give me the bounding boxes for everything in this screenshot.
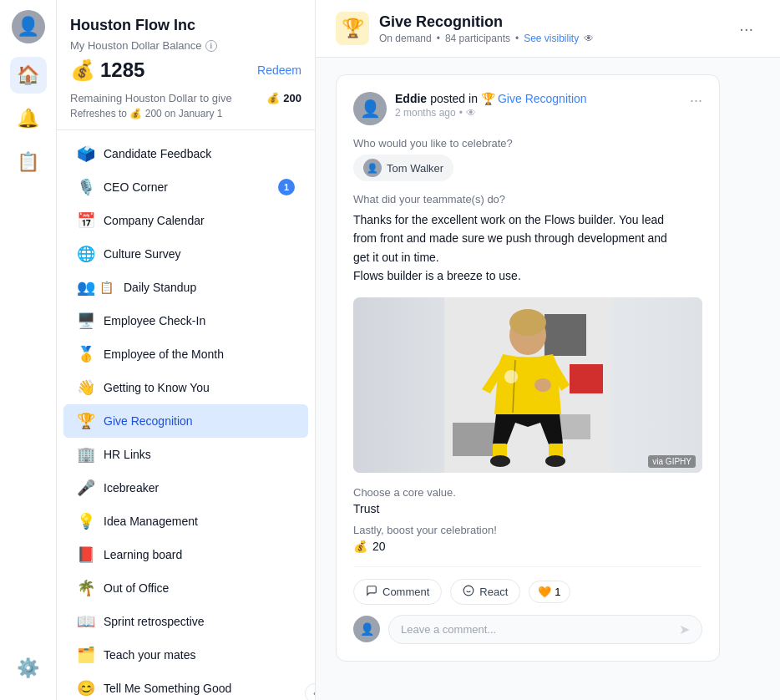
company-name: Houston Flow Inc <box>70 17 301 34</box>
balance-row: 💰 1285 Redeem <box>70 58 301 82</box>
svg-point-10 <box>545 455 565 467</box>
give-recognition-icon: 🏆 <box>77 412 95 430</box>
topbar: 🏆 Give Recognition On demand • 84 partic… <box>316 0 780 58</box>
feed: 👤 Eddie posted in 🏆 Give Recognition 2 m… <box>316 58 780 700</box>
post-header: 👤 Eddie posted in 🏆 Give Recognition 2 m… <box>353 92 702 125</box>
sidebar-item-label: Out of Office <box>104 581 295 595</box>
daily-standup-icon: 👥 <box>77 278 95 297</box>
boost-field: Lastly, boost your celebration! 💰 20 <box>353 524 702 553</box>
sidebar-item-tell-me-something[interactable]: 😊 Tell Me Something Good <box>63 672 308 700</box>
sidebar-item-culture-survey[interactable]: 🌐 Culture Survey <box>63 237 308 271</box>
sidebar-item-employee-check-in[interactable]: 🖥️ Employee Check-In <box>63 304 308 337</box>
ceo-corner-badge: 1 <box>278 179 295 195</box>
remaining-icon: 💰 <box>266 92 280 104</box>
reaction-emoji: 🧡 <box>538 586 551 598</box>
sidebar-item-hr-links[interactable]: 🏢 HR Links <box>63 438 308 471</box>
learning-board-icon: 📕 <box>77 545 95 564</box>
user-avatar[interactable]: 👤 <box>12 10 45 43</box>
getting-to-know-icon: 👋 <box>77 378 95 397</box>
topbar-info: Give Recognition On demand • 84 particip… <box>379 13 722 44</box>
sidebar-item-candidate-feedback[interactable]: 🗳️ Candidate Feedback <box>63 137 308 170</box>
see-visibility-link[interactable]: See visibility <box>524 33 579 44</box>
react-button[interactable]: React <box>450 579 520 605</box>
sidebar-item-icebreaker[interactable]: 🎤 Icebreaker <box>63 471 308 505</box>
sidebar-item-teach-your-mates[interactable]: 🗂️ Teach your mates <box>63 638 308 672</box>
svg-point-11 <box>534 378 551 392</box>
balance-amount: 💰 1285 <box>70 58 144 82</box>
sidebar: Houston Flow Inc My Houston Dollar Balan… <box>57 0 316 700</box>
celebratee-avatar: 👤 <box>363 159 382 177</box>
sidebar-item-label: Employee Check-In <box>104 314 295 327</box>
author-avatar: 👤 <box>353 92 387 125</box>
sidebar-item-label: Teach your mates <box>104 648 295 662</box>
employee-check-in-icon: 🖥️ <box>77 312 95 330</box>
comment-input-area[interactable]: Leave a comment... ➤ <box>388 615 702 644</box>
sprint-retrospective-icon: 📖 <box>77 612 95 631</box>
redeem-button[interactable]: Redeem <box>257 63 301 77</box>
clipboard-icon: 📋 <box>17 151 39 173</box>
svg-point-14 <box>464 586 474 596</box>
topbar-title: Give Recognition <box>379 13 722 31</box>
sidebar-item-out-of-office[interactable]: 🌴 Out of Office <box>63 571 308 605</box>
topbar-meta: On demand • 84 participants • See visibi… <box>379 33 722 44</box>
balance-info-icon[interactable]: ℹ <box>205 40 217 52</box>
post-body: Thanks for the excellent work on the Flo… <box>353 211 702 286</box>
eye-icon[interactable]: 👁 <box>584 33 594 44</box>
topbar-board-icon: 🏆 <box>336 12 369 45</box>
core-value-question: Choose a core value. <box>353 486 702 499</box>
sidebar-item-daily-standup[interactable]: 👥 📋 Daily Standup <box>63 271 308 304</box>
who-question: Who would you like to celebrate? <box>353 137 702 150</box>
sidebar-item-sprint-retrospective[interactable]: 📖 Sprint retrospective <box>63 605 308 638</box>
sidebar-item-label: Learning board <box>104 548 295 561</box>
svg-point-9 <box>490 455 510 467</box>
sidebar-item-label: Employee of the Month <box>104 347 295 361</box>
comment-button[interactable]: Comment <box>353 579 442 605</box>
employee-of-month-icon: 🥇 <box>77 345 95 363</box>
icon-bar: 👤 🏠 🔔 📋 ⚙️ <box>0 0 57 700</box>
sidebar-item-ceo-corner[interactable]: 🎙️ CEO Corner 1 <box>63 170 308 204</box>
commenter-avatar: 👤 <box>353 616 380 642</box>
board-link[interactable]: 🏆 Give Recognition <box>481 92 587 105</box>
hr-links-icon: 🏢 <box>77 445 95 464</box>
post-image: via GIPHY <box>353 297 702 473</box>
ceo-corner-icon: 🎙️ <box>77 178 95 196</box>
more-options-button[interactable]: ··· <box>732 16 760 42</box>
bell-nav-item[interactable]: 🔔 <box>10 100 47 137</box>
sidebar-item-employee-of-month[interactable]: 🥇 Employee of the Month <box>63 337 308 371</box>
post-meta: Eddie posted in 🏆 Give Recognition 2 mon… <box>395 92 681 119</box>
sidebar-item-label: Daily Standup <box>124 281 295 294</box>
comment-icon <box>366 585 377 599</box>
clipboard-nav-item[interactable]: 📋 <box>10 144 47 180</box>
sidebar-item-label: Sprint retrospective <box>104 615 295 628</box>
board-icon: 🏆 <box>481 92 495 105</box>
celebratee-tag: 👤 Tom Walker <box>353 155 453 181</box>
admin-icon: ⚙️ <box>17 657 39 679</box>
sidebar-item-idea-management[interactable]: 💡 Idea Management <box>63 505 308 538</box>
culture-survey-icon: 🌐 <box>77 245 95 263</box>
admin-nav-item[interactable]: ⚙️ <box>10 650 47 687</box>
post-more-button[interactable]: ··· <box>690 92 702 109</box>
post-card: 👤 Eddie posted in 🏆 Give Recognition 2 m… <box>336 74 720 662</box>
sidebar-item-label: Idea Management <box>104 515 295 528</box>
sidebar-item-getting-to-know-you[interactable]: 👋 Getting to Know You <box>63 371 308 404</box>
core-value: Trust <box>353 502 702 515</box>
daily-standup-icon2: 📋 <box>97 281 115 294</box>
sidebar-nav: 🗳️ Candidate Feedback 🎙️ CEO Corner 1 📅 … <box>57 130 315 700</box>
sidebar-item-label: Give Recognition <box>104 414 295 428</box>
post-actions: Comment React 🧡 1 <box>353 566 702 605</box>
sidebar-item-give-recognition[interactable]: 🏆 Give Recognition <box>63 404 308 438</box>
send-button[interactable]: ➤ <box>679 621 690 637</box>
reaction-display[interactable]: 🧡 1 <box>529 581 570 603</box>
comment-row: 👤 Leave a comment... ➤ <box>353 615 702 644</box>
post-meta-bottom: 2 months ago • 👁 <box>395 107 681 119</box>
sidebar-item-company-calendar[interactable]: 📅 Company Calendar <box>63 204 308 237</box>
svg-rect-1 <box>544 314 586 356</box>
what-question: What did your teammate(s) do? <box>353 193 702 205</box>
svg-rect-2 <box>570 364 603 393</box>
sidebar-item-learning-board[interactable]: 📕 Learning board <box>63 538 308 571</box>
icebreaker-icon: 🎤 <box>77 479 95 497</box>
home-nav-item[interactable]: 🏠 <box>10 57 47 94</box>
svg-point-6 <box>509 309 546 336</box>
sidebar-item-label: Company Calendar <box>104 214 295 227</box>
reaction-count: 1 <box>555 586 560 598</box>
